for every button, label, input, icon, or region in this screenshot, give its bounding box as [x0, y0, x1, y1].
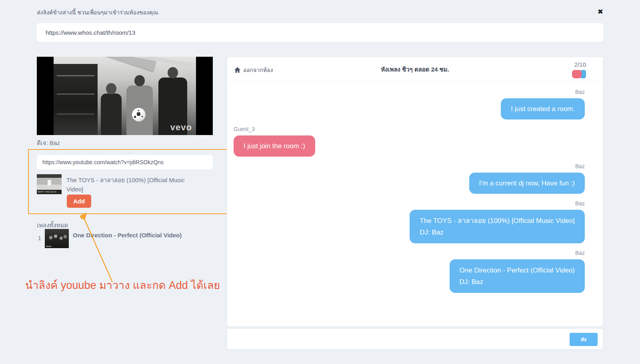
chat-message: Guest_3 I just join the room :): [234, 126, 585, 157]
youtube-url-input[interactable]: [37, 155, 213, 169]
message-author: Baz: [575, 89, 585, 95]
person-silhouette: [101, 93, 122, 135]
chat-message: Baz One Direction - Perfect (Official Vi…: [234, 250, 585, 293]
playlist-item-title: One Direction - Perfect (Official Video): [73, 232, 182, 239]
message-line2: DJ: Baz: [420, 227, 575, 238]
annotation-arrow: [24, 208, 128, 288]
message-bubble: I'm a current dj now, Have fun :): [469, 173, 585, 194]
message-author: Guest_3: [234, 126, 255, 132]
close-icon[interactable]: ✖: [598, 8, 603, 16]
soccer-ball: [132, 108, 146, 121]
message-line2: DJ: Baz: [460, 276, 575, 288]
song-preview-title: The TOYS - ลาลาลอย (100%) [Official Musi…: [66, 175, 190, 194]
member-avatars: [572, 70, 586, 78]
send-button[interactable]: ส่ง: [570, 333, 598, 346]
chat-panel: ออกจากห้อง หังเพลง ชิวๆ ตลอด 24 ชม. 2/10…: [227, 57, 603, 327]
home-icon: [234, 67, 240, 73]
dj-label: ดีเจ: Baz: [37, 138, 60, 148]
member-count: 2/10: [574, 61, 586, 68]
leave-room-button[interactable]: ออกจากห้อง: [234, 66, 273, 74]
playlist-item-index: 1: [38, 235, 41, 241]
add-button[interactable]: Add: [67, 195, 91, 208]
chat-meta: 2/10: [572, 61, 586, 78]
chat-header: ออกจากห้อง หังเพลง ชิวๆ ตลอด 24 ชม. 2/10: [227, 57, 603, 82]
message-bubble: The TOYS - ลาลาลอย (100%) [Official Musi…: [410, 210, 585, 243]
message-line1: The TOYS - ลาลาลอย (100%) [Official Musi…: [420, 215, 575, 227]
message-bubble: I just created a room.: [501, 98, 585, 119]
song-preview-thumbnail: WHAT THE DUCK: [37, 174, 62, 194]
message-bubble: One Direction - Perfect (Official Video)…: [450, 259, 585, 293]
message-input-bar: ส่ง: [227, 328, 603, 350]
chat-message: Baz I'm a current dj now, Have fun :): [234, 163, 585, 194]
message-author: Baz: [575, 250, 585, 256]
annotation-text: นำลิงค์ youube มาวาง และกด Add ได้เลย: [25, 276, 220, 294]
chat-message: Baz The TOYS - ลาลาลอย (100%) [Official …: [234, 200, 585, 243]
avatar-pink: [572, 70, 582, 78]
message-input[interactable]: [227, 329, 563, 349]
message-bubble: I just join the room :): [234, 135, 315, 157]
share-instructions-label: ส่งลิงค์ข้างล่างนี้ ชวนเพื่อนๆมาเข้าร่วม…: [37, 8, 158, 17]
chat-message: Baz I just created a room.: [234, 89, 585, 119]
shelf-silhouette: [54, 64, 98, 135]
chat-messages: Baz I just created a room. Guest_3 I jus…: [227, 82, 603, 326]
vevo-mark: vevo: [46, 245, 52, 247]
video-player[interactable]: vevo: [37, 57, 213, 135]
playlist-item-thumbnail[interactable]: vevo: [45, 229, 69, 248]
thumbnail-caption: WHAT THE DUCK: [37, 190, 62, 194]
thumbnail-figure: [48, 180, 51, 185]
message-author: Baz: [575, 200, 585, 207]
share-url-input[interactable]: [37, 23, 603, 42]
message-line1: One Direction - Perfect (Official Video): [460, 265, 575, 276]
message-author: Baz: [575, 163, 585, 169]
video-frame: vevo: [54, 57, 196, 135]
vevo-logo: vevo: [170, 122, 192, 133]
leave-room-label: ออกจากห้อง: [243, 66, 273, 74]
room-title: หังเพลง ชิวๆ ตลอด 24 ชม.: [381, 65, 449, 74]
